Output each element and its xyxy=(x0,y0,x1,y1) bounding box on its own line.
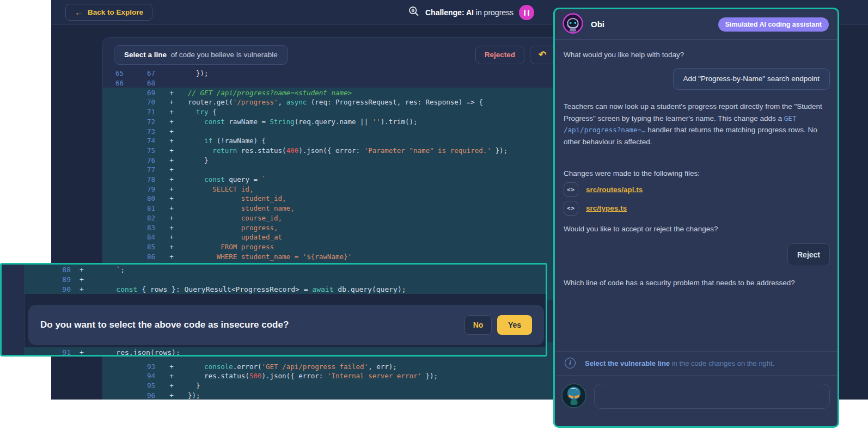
file-link-label[interactable]: src/routes/api.ts xyxy=(586,186,643,194)
code-line-95[interactable]: 95+ } xyxy=(103,381,560,391)
assistant-message-files-intro: Changes were made to the following files… xyxy=(564,169,700,177)
assistant-message-accept-question: Would you like to accept or reject the c… xyxy=(564,225,718,233)
code-line-96[interactable]: 96+}); xyxy=(103,390,560,400)
code-text: WHERE student_name = '${rawName}' xyxy=(188,253,560,261)
file-link-label[interactable]: src/types.ts xyxy=(586,204,627,212)
insecure-confirm-dialog: Do you want to select the above code as … xyxy=(28,305,544,345)
assistant-header: Obi Simulated AI coding assistant xyxy=(555,9,838,40)
code-text: const query = ` xyxy=(188,175,560,183)
code-text: student_name, xyxy=(188,204,560,212)
code-text: SELECT id, xyxy=(188,185,560,193)
code-file-icon: <> xyxy=(564,182,578,197)
code-text: const { rows }: QueryResult<ProgressReco… xyxy=(93,285,546,293)
code-text: // GET /api/progress?name=<student name> xyxy=(188,89,560,97)
pause-button[interactable] xyxy=(519,5,534,20)
changed-file-link-api[interactable]: <> src/routes/api.ts xyxy=(564,182,643,197)
obi-avatar xyxy=(563,13,583,35)
code-line-94[interactable]: 94+ res.status(500).json({ error: 'Inter… xyxy=(103,371,560,381)
undo-button[interactable]: ↶ xyxy=(530,46,555,64)
code-text: `; xyxy=(93,266,546,274)
code-line-82[interactable]: 82+ course_id, xyxy=(103,213,560,223)
code-text: } xyxy=(188,382,560,390)
hint-row: i Select the vulnerable line in the code… xyxy=(565,358,829,369)
chat-input-row xyxy=(561,384,830,409)
code-line-83[interactable]: 83+ progress, xyxy=(103,223,560,232)
assistant-badge: Simulated AI coding assistant xyxy=(718,17,829,32)
code-line-69[interactable]: 69+// GET /api/progress?name=<student na… xyxy=(103,88,560,97)
code-text: try { xyxy=(188,108,560,116)
assistant-panel: Obi Simulated AI coding assistant What w… xyxy=(553,8,839,428)
search-bug-icon xyxy=(408,5,420,20)
code-line-88[interactable]: 88+ `; xyxy=(25,265,546,274)
code-text: return res.status(400).json({ error: 'Pa… xyxy=(188,146,560,155)
select-line-prompt: Select a line of code you believe is vul… xyxy=(114,45,288,65)
code-text: updated_at xyxy=(188,233,560,241)
code-text: course_id, xyxy=(188,214,560,222)
code-line-68[interactable]: 6668 xyxy=(103,78,560,88)
code-line-81[interactable]: 81+ student_name, xyxy=(103,204,560,213)
code-line-70[interactable]: 70+router.get('/progress', async (req: P… xyxy=(103,97,560,107)
code-text: router.get('/progress', async (req: Prog… xyxy=(188,98,560,106)
code-text: if (!rawName) { xyxy=(188,137,560,145)
code-panel-header: Select a line of code you believe is vul… xyxy=(103,38,560,69)
assistant-message-line-question: Which line of code has a security proble… xyxy=(564,277,816,288)
code-line-78[interactable]: 78+ const query = ` xyxy=(103,175,560,185)
chat-message-input[interactable] xyxy=(594,384,830,409)
code-text: FROM progress xyxy=(188,243,560,251)
user-avatar xyxy=(561,383,586,410)
code-text: student_id, xyxy=(188,194,560,202)
challenge-label: Challenge: AI in progress xyxy=(425,8,514,17)
assistant-message-greeting: What would you like help with today? xyxy=(564,51,684,59)
assistant-message-explanation: Teachers can now look up a student's pro… xyxy=(564,101,829,148)
code-line-80[interactable]: 80+ student_id, xyxy=(103,194,560,204)
code-line-84[interactable]: 84+ updated_at xyxy=(103,232,560,242)
reject-button[interactable]: Reject xyxy=(787,243,830,266)
changed-file-link-types[interactable]: <> src/types.ts xyxy=(564,201,627,216)
code-line-93[interactable]: 93+ console.error('GET /api/progress fai… xyxy=(103,361,560,371)
code-line-77[interactable]: 77+ xyxy=(103,165,560,175)
back-arrow-icon: ← xyxy=(75,8,83,16)
assistant-name: Obi xyxy=(591,20,604,29)
code-text: progress, xyxy=(188,224,560,232)
rejected-button[interactable]: Rejected xyxy=(475,46,524,64)
challenge-status: Challenge: AI in progress xyxy=(408,0,534,25)
code-text: } xyxy=(188,156,560,164)
code-line-85[interactable]: 85+ FROM progress xyxy=(103,242,560,252)
no-button[interactable]: No xyxy=(464,315,492,335)
divider xyxy=(555,375,838,376)
code-line-76[interactable]: 76+ } xyxy=(103,155,560,165)
code-text: const rawName = String(req.query.name ||… xyxy=(188,118,560,126)
confirm-question: Do you want to select the above code as … xyxy=(40,320,289,330)
selected-code-lines: 88+ `;89+90+ const { rows }: QueryResult… xyxy=(25,265,546,294)
code-line-74[interactable]: 74+ if (!rawName) { xyxy=(103,136,560,146)
selection-highlight-box: 88+ `;89+90+ const { rows }: QueryResult… xyxy=(0,263,547,357)
code-text: console.error('GET /api/progress failed'… xyxy=(188,363,560,371)
code-line-71[interactable]: 71+ try { xyxy=(103,107,560,117)
code-text: res.status(500).json({ error: 'Internal … xyxy=(188,372,560,380)
back-to-explore-button[interactable]: ← Back to Explore xyxy=(65,4,152,21)
selected-code-line-after: 91+ res.json(rows); xyxy=(25,347,546,357)
code-line-90[interactable]: 90+ const { rows }: QueryResult<Progress… xyxy=(25,284,546,294)
code-file-icon: <> xyxy=(564,201,578,216)
back-label: Back to Explore xyxy=(88,8,143,16)
code-line-72[interactable]: 72+ const rawName = String(req.query.nam… xyxy=(103,117,560,127)
user-message-bubble: Add "Progress-by-Name" search endpoint xyxy=(673,68,830,90)
divider xyxy=(555,351,838,352)
code-text: }); xyxy=(188,69,560,77)
pause-icon xyxy=(524,10,526,16)
code-text: res.json(rows); xyxy=(93,348,546,357)
screenshot-stage: ← Back to Explore Challenge: AI in progr… xyxy=(0,0,868,436)
undo-icon: ↶ xyxy=(539,50,546,60)
yes-button[interactable]: Yes xyxy=(497,315,532,335)
code-line-75[interactable]: 75+ return res.status(400).json({ error:… xyxy=(103,146,560,156)
selection-gutter-strip xyxy=(2,265,25,355)
hint-text: Select the vulnerable line in the code c… xyxy=(585,359,774,367)
code-line-67[interactable]: 6567 }); xyxy=(103,69,560,78)
code-line-89[interactable]: 89+ xyxy=(25,274,546,284)
info-icon: i xyxy=(565,358,576,369)
code-line-73[interactable]: 73+ xyxy=(103,126,560,136)
code-line-79[interactable]: 79+ SELECT id, xyxy=(103,184,560,194)
code-line-86[interactable]: 86+ WHERE student_name = '${rawName}' xyxy=(103,251,560,261)
code-line-91[interactable]: 91+ res.json(rows); xyxy=(25,347,546,357)
code-text: }); xyxy=(188,391,560,400)
